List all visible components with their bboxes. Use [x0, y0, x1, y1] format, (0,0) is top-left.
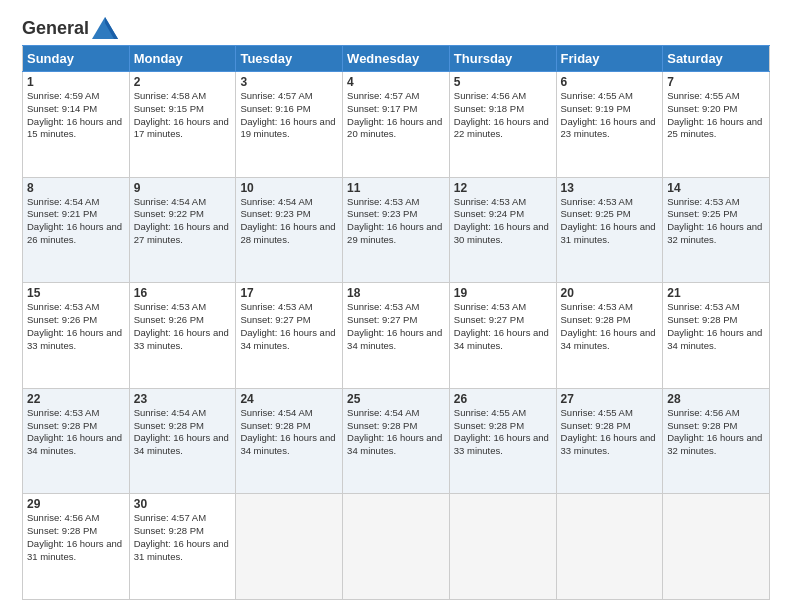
day-info: Sunrise: 4:55 AMSunset: 9:28 PMDaylight:…	[561, 407, 659, 458]
day-number: 26	[454, 392, 552, 406]
calendar-cell: 16Sunrise: 4:53 AMSunset: 9:26 PMDayligh…	[129, 283, 236, 389]
calendar-cell: 17Sunrise: 4:53 AMSunset: 9:27 PMDayligh…	[236, 283, 343, 389]
calendar-header-row: Sunday Monday Tuesday Wednesday Thursday…	[23, 46, 770, 72]
calendar-week-row: 1Sunrise: 4:59 AMSunset: 9:14 PMDaylight…	[23, 72, 770, 178]
day-number: 3	[240, 75, 338, 89]
day-info: Sunrise: 4:59 AMSunset: 9:14 PMDaylight:…	[27, 90, 125, 141]
day-number: 21	[667, 286, 765, 300]
day-info: Sunrise: 4:53 AMSunset: 9:27 PMDaylight:…	[240, 301, 338, 352]
calendar-cell: 13Sunrise: 4:53 AMSunset: 9:25 PMDayligh…	[556, 177, 663, 283]
header: General	[22, 18, 770, 35]
calendar-cell: 20Sunrise: 4:53 AMSunset: 9:28 PMDayligh…	[556, 283, 663, 389]
day-number: 16	[134, 286, 232, 300]
day-number: 23	[134, 392, 232, 406]
calendar-week-row: 29Sunrise: 4:56 AMSunset: 9:28 PMDayligh…	[23, 494, 770, 600]
calendar-cell: 7Sunrise: 4:55 AMSunset: 9:20 PMDaylight…	[663, 72, 770, 178]
calendar-cell: 10Sunrise: 4:54 AMSunset: 9:23 PMDayligh…	[236, 177, 343, 283]
calendar-cell: 22Sunrise: 4:53 AMSunset: 9:28 PMDayligh…	[23, 388, 130, 494]
calendar-cell: 9Sunrise: 4:54 AMSunset: 9:22 PMDaylight…	[129, 177, 236, 283]
day-info: Sunrise: 4:56 AMSunset: 9:28 PMDaylight:…	[667, 407, 765, 458]
day-info: Sunrise: 4:53 AMSunset: 9:28 PMDaylight:…	[561, 301, 659, 352]
col-monday: Monday	[129, 46, 236, 72]
day-info: Sunrise: 4:53 AMSunset: 9:25 PMDaylight:…	[667, 196, 765, 247]
day-number: 29	[27, 497, 125, 511]
calendar-cell	[556, 494, 663, 600]
day-number: 10	[240, 181, 338, 195]
calendar-cell: 18Sunrise: 4:53 AMSunset: 9:27 PMDayligh…	[343, 283, 450, 389]
day-number: 12	[454, 181, 552, 195]
day-number: 19	[454, 286, 552, 300]
day-info: Sunrise: 4:55 AMSunset: 9:28 PMDaylight:…	[454, 407, 552, 458]
day-number: 9	[134, 181, 232, 195]
day-number: 24	[240, 392, 338, 406]
calendar-cell: 28Sunrise: 4:56 AMSunset: 9:28 PMDayligh…	[663, 388, 770, 494]
day-info: Sunrise: 4:54 AMSunset: 9:28 PMDaylight:…	[240, 407, 338, 458]
day-number: 27	[561, 392, 659, 406]
day-number: 20	[561, 286, 659, 300]
calendar-cell: 30Sunrise: 4:57 AMSunset: 9:28 PMDayligh…	[129, 494, 236, 600]
day-info: Sunrise: 4:58 AMSunset: 9:15 PMDaylight:…	[134, 90, 232, 141]
day-info: Sunrise: 4:57 AMSunset: 9:17 PMDaylight:…	[347, 90, 445, 141]
day-info: Sunrise: 4:53 AMSunset: 9:25 PMDaylight:…	[561, 196, 659, 247]
calendar-week-row: 8Sunrise: 4:54 AMSunset: 9:21 PMDaylight…	[23, 177, 770, 283]
day-number: 30	[134, 497, 232, 511]
col-thursday: Thursday	[449, 46, 556, 72]
col-tuesday: Tuesday	[236, 46, 343, 72]
logo-icon	[92, 17, 118, 39]
col-saturday: Saturday	[663, 46, 770, 72]
calendar-cell: 2Sunrise: 4:58 AMSunset: 9:15 PMDaylight…	[129, 72, 236, 178]
calendar-cell: 19Sunrise: 4:53 AMSunset: 9:27 PMDayligh…	[449, 283, 556, 389]
calendar-cell: 1Sunrise: 4:59 AMSunset: 9:14 PMDaylight…	[23, 72, 130, 178]
day-number: 7	[667, 75, 765, 89]
calendar-cell	[449, 494, 556, 600]
calendar-cell: 8Sunrise: 4:54 AMSunset: 9:21 PMDaylight…	[23, 177, 130, 283]
day-number: 1	[27, 75, 125, 89]
col-wednesday: Wednesday	[343, 46, 450, 72]
day-info: Sunrise: 4:53 AMSunset: 9:26 PMDaylight:…	[134, 301, 232, 352]
day-info: Sunrise: 4:54 AMSunset: 9:22 PMDaylight:…	[134, 196, 232, 247]
day-number: 18	[347, 286, 445, 300]
day-info: Sunrise: 4:53 AMSunset: 9:23 PMDaylight:…	[347, 196, 445, 247]
day-info: Sunrise: 4:53 AMSunset: 9:27 PMDaylight:…	[454, 301, 552, 352]
day-info: Sunrise: 4:57 AMSunset: 9:28 PMDaylight:…	[134, 512, 232, 563]
day-number: 28	[667, 392, 765, 406]
day-number: 15	[27, 286, 125, 300]
logo-general-text: General	[22, 18, 89, 39]
calendar-cell: 12Sunrise: 4:53 AMSunset: 9:24 PMDayligh…	[449, 177, 556, 283]
calendar-week-row: 15Sunrise: 4:53 AMSunset: 9:26 PMDayligh…	[23, 283, 770, 389]
calendar-cell	[343, 494, 450, 600]
calendar-cell	[663, 494, 770, 600]
calendar-cell: 4Sunrise: 4:57 AMSunset: 9:17 PMDaylight…	[343, 72, 450, 178]
col-sunday: Sunday	[23, 46, 130, 72]
day-info: Sunrise: 4:53 AMSunset: 9:28 PMDaylight:…	[667, 301, 765, 352]
day-number: 6	[561, 75, 659, 89]
calendar-cell: 11Sunrise: 4:53 AMSunset: 9:23 PMDayligh…	[343, 177, 450, 283]
day-number: 13	[561, 181, 659, 195]
col-friday: Friday	[556, 46, 663, 72]
calendar-cell	[236, 494, 343, 600]
calendar-cell: 14Sunrise: 4:53 AMSunset: 9:25 PMDayligh…	[663, 177, 770, 283]
day-info: Sunrise: 4:55 AMSunset: 9:19 PMDaylight:…	[561, 90, 659, 141]
calendar-cell: 15Sunrise: 4:53 AMSunset: 9:26 PMDayligh…	[23, 283, 130, 389]
day-info: Sunrise: 4:54 AMSunset: 9:21 PMDaylight:…	[27, 196, 125, 247]
day-number: 25	[347, 392, 445, 406]
day-number: 14	[667, 181, 765, 195]
day-number: 22	[27, 392, 125, 406]
day-info: Sunrise: 4:55 AMSunset: 9:20 PMDaylight:…	[667, 90, 765, 141]
calendar-cell: 26Sunrise: 4:55 AMSunset: 9:28 PMDayligh…	[449, 388, 556, 494]
day-info: Sunrise: 4:53 AMSunset: 9:27 PMDaylight:…	[347, 301, 445, 352]
day-number: 4	[347, 75, 445, 89]
calendar-cell: 3Sunrise: 4:57 AMSunset: 9:16 PMDaylight…	[236, 72, 343, 178]
day-info: Sunrise: 4:54 AMSunset: 9:28 PMDaylight:…	[347, 407, 445, 458]
calendar-cell: 27Sunrise: 4:55 AMSunset: 9:28 PMDayligh…	[556, 388, 663, 494]
day-info: Sunrise: 4:53 AMSunset: 9:26 PMDaylight:…	[27, 301, 125, 352]
calendar-cell: 24Sunrise: 4:54 AMSunset: 9:28 PMDayligh…	[236, 388, 343, 494]
calendar-cell: 5Sunrise: 4:56 AMSunset: 9:18 PMDaylight…	[449, 72, 556, 178]
calendar-cell: 29Sunrise: 4:56 AMSunset: 9:28 PMDayligh…	[23, 494, 130, 600]
day-info: Sunrise: 4:56 AMSunset: 9:28 PMDaylight:…	[27, 512, 125, 563]
day-info: Sunrise: 4:57 AMSunset: 9:16 PMDaylight:…	[240, 90, 338, 141]
day-number: 8	[27, 181, 125, 195]
day-info: Sunrise: 4:53 AMSunset: 9:24 PMDaylight:…	[454, 196, 552, 247]
calendar-cell: 21Sunrise: 4:53 AMSunset: 9:28 PMDayligh…	[663, 283, 770, 389]
page: General Sunday Monday Tuesday Wednesday	[0, 0, 792, 612]
